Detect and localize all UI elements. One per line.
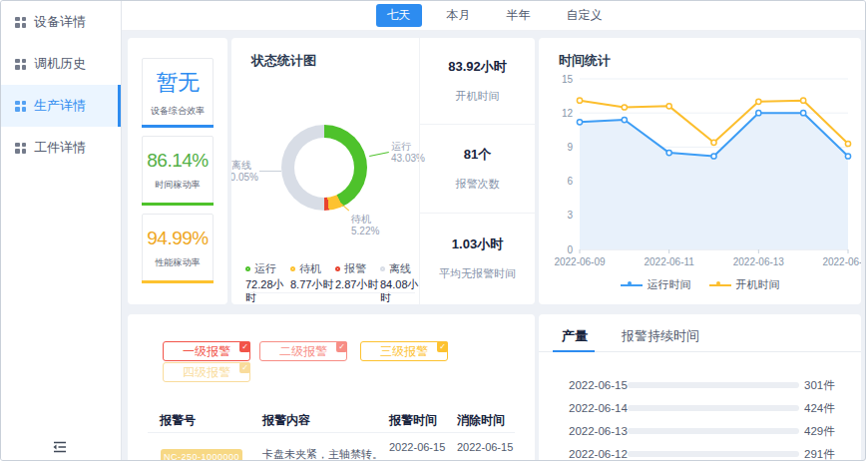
production-bar-track — [628, 428, 799, 434]
running-hours: 72.28小时 — [245, 278, 290, 304]
svg-text:3: 3 — [567, 210, 573, 221]
range-button-halfyear[interactable]: 半年 — [496, 4, 542, 27]
time-line-chart: 036912152022-06-092022-06-112022-06-1320… — [539, 38, 861, 304]
sidebar-menu: 设备详情 调机历史 生产详情 工件详情 — [1, 1, 121, 169]
kpi-oee-value: 暂无 — [157, 68, 200, 98]
sidebar-item-tuning-history[interactable]: 调机历史 — [1, 43, 121, 85]
svg-text:2022-06-15: 2022-06-15 — [822, 256, 861, 267]
sidebar-item-workpiece-detail[interactable]: 工件详情 — [1, 127, 121, 169]
donut-callout-line-running — [369, 152, 389, 157]
production-bar-track — [628, 405, 799, 411]
alarm-content-cell: 卡盘未夹紧，主轴禁转。 — [262, 447, 383, 461]
alarm-level1-filter-button[interactable]: 一级报警 — [163, 341, 250, 361]
alarm-clear-time-cell: 2022-06-15 — [457, 441, 515, 454]
grid-icon — [15, 17, 26, 28]
svg-text:12: 12 — [562, 108, 574, 119]
status-legend-values: 72.28小时 8.77小时 2.87小时 84.08小时 — [245, 278, 425, 304]
status-legend: 运行 待机 报警 离线 — [245, 261, 425, 276]
production-bar-track — [628, 451, 799, 457]
tab-alarm-duration[interactable]: 报警持续时间 — [622, 327, 699, 345]
legend-ring-offline — [380, 266, 385, 271]
sidebar-item-label: 生产详情 — [34, 97, 86, 115]
svg-text:0: 0 — [567, 244, 573, 255]
production-tabbar: 产量 报警持续时间 — [539, 314, 861, 352]
svg-text:2022-06-11: 2022-06-11 — [644, 256, 694, 267]
menu-fold-icon[interactable] — [51, 439, 71, 457]
kpi-oee-label: 设备综合效率 — [151, 105, 205, 118]
sidebar-item-production-detail[interactable]: 生产详情 — [1, 85, 121, 127]
production-row: 2022-06-12 291件 — [539, 446, 861, 461]
donut-label-offline: 离线 50.05% — [231, 160, 267, 184]
divider — [148, 432, 515, 433]
legend-marker — [621, 284, 643, 286]
donut-label-standby: 待机 5.22% — [351, 214, 379, 237]
kpi-card: 暂无 设备综合效率 86.14% 时间稼动率 94.99% 性能稼动率 — [128, 38, 227, 304]
grid-icon — [15, 101, 26, 112]
check-badge-icon — [437, 341, 448, 352]
range-button-month[interactable]: 本月 — [436, 4, 482, 27]
legend-ring-alarm — [335, 266, 340, 271]
alarm-level3-filter-button[interactable]: 三级报警 — [360, 341, 448, 361]
stat-mean-time-no-alarm: 1.03小时 平均无报警时间 — [420, 213, 535, 304]
alarm-panel-card: 一级报警 二级报警 三级报警 四级报警 报警号 报警内容 报警时间 消除时间 N… — [128, 314, 535, 461]
legend-marker — [709, 284, 731, 286]
grid-icon — [15, 143, 26, 154]
production-panel-card: 产量 报警持续时间 2022-06-15 301件 2022-06-14 424… — [539, 314, 861, 461]
active-tab-underline — [553, 350, 595, 352]
legend-item-poweron-time[interactable]: 开机时间 — [709, 277, 780, 292]
date-range-toolbar: 七天 本月 半年 自定义 — [122, 1, 866, 31]
donut-callout-line-offline — [259, 171, 281, 172]
legend-item-running-time[interactable]: 运行时间 — [621, 277, 691, 292]
time-chart-legend: 运行时间 开机时间 — [539, 277, 861, 292]
tab-production[interactable]: 产量 — [562, 327, 588, 345]
alarm-time-cell: 2022-06-15 — [389, 441, 447, 454]
kpi-performance-utilization-value: 94.99% — [147, 228, 208, 249]
kpi-accent-bar — [142, 125, 214, 128]
alarm-level2-filter-button[interactable]: 二级报警 — [259, 341, 347, 361]
alarm-level4-filter-button[interactable]: 四级报警 — [163, 362, 250, 382]
alarm-hours: 2.87小时 — [335, 278, 380, 304]
check-badge-icon — [336, 341, 347, 352]
kpi-oee: 暂无 设备综合效率 — [142, 58, 214, 128]
kpi-time-utilization-value: 86.14% — [147, 150, 208, 172]
svg-text:15: 15 — [562, 74, 574, 85]
legend-item-standby[interactable]: 待机 — [290, 261, 335, 276]
legend-ring-running — [245, 266, 250, 271]
grid-icon — [15, 59, 26, 70]
legend-item-alarm[interactable]: 报警 — [335, 261, 380, 276]
svg-text:2022-06-09: 2022-06-09 — [554, 256, 606, 267]
kpi-time-utilization-label: 时间稼动率 — [156, 179, 201, 192]
sidebar-item-label: 调机历史 — [34, 55, 86, 73]
kpi-performance-utilization-label: 性能稼动率 — [156, 256, 201, 269]
status-chart-title: 状态统计图 — [251, 52, 316, 70]
svg-text:6: 6 — [567, 176, 573, 187]
dashboard-screen: 七天 本月 半年 自定义 设备详情 调机历史 生产详情 工件详情 — [0, 0, 866, 461]
range-button-7days[interactable]: 七天 — [376, 4, 422, 27]
range-button-custom[interactable]: 自定义 — [556, 4, 614, 27]
legend-ring-standby — [290, 266, 295, 271]
alarm-number-badge: NC-250-1000000 — [161, 449, 242, 461]
kpi-accent-bar — [142, 203, 214, 206]
divider — [245, 292, 415, 293]
check-badge-icon — [239, 362, 250, 373]
production-row: 2022-06-15 301件 — [539, 377, 861, 393]
sidebar: 设备详情 调机历史 生产详情 工件详情 — [1, 1, 122, 461]
production-row: 2022-06-14 424件 — [539, 400, 861, 416]
stat-alarm-count: 81个 报警次数 — [420, 124, 535, 213]
kpi-performance-utilization: 94.99% 性能稼动率 — [142, 214, 214, 283]
production-bar-track — [628, 382, 799, 388]
svg-text:2022-06-13: 2022-06-13 — [733, 256, 785, 267]
status-statistics-card: 状态统计图 运行 43.03% 待机 5.22% 离线 50.05% 运行 待机 — [231, 38, 535, 304]
legend-item-running[interactable]: 运行 — [245, 261, 290, 276]
status-donut-chart — [281, 125, 367, 211]
sidebar-item-label: 工件详情 — [34, 139, 86, 157]
svg-text:9: 9 — [567, 142, 573, 153]
time-statistics-card: 时间统计 036912152022-06-092022-06-112022-06… — [539, 38, 861, 304]
kpi-accent-bar — [142, 280, 214, 283]
kpi-time-utilization: 86.14% 时间稼动率 — [142, 136, 214, 206]
sidebar-item-label: 设备详情 — [34, 13, 86, 31]
sidebar-item-device-detail[interactable]: 设备详情 — [1, 1, 121, 43]
stat-power-on-time: 83.92小时 开机时间 — [420, 38, 535, 124]
standby-hours: 8.77小时 — [290, 278, 335, 304]
check-badge-icon — [239, 341, 250, 352]
